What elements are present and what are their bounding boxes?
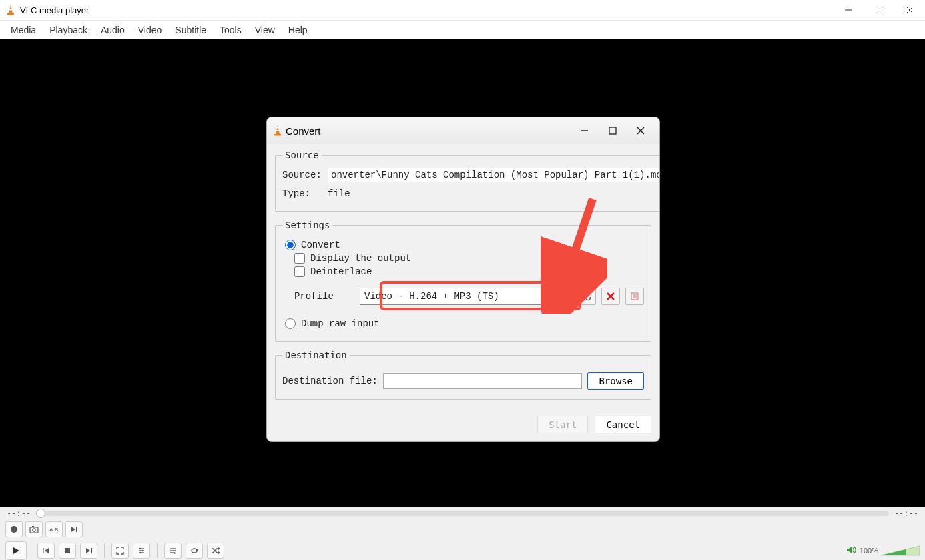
convert-radio-input[interactable] — [285, 240, 296, 250]
svg-rect-39 — [276, 127, 279, 129]
window-controls — [833, 0, 925, 21]
svg-rect-41 — [274, 134, 281, 136]
start-button[interactable]: Start — [537, 416, 588, 433]
svg-rect-40 — [276, 130, 280, 131]
new-profile-button[interactable] — [625, 288, 644, 305]
shuffle-button[interactable] — [207, 543, 224, 559]
source-group: Source Source: onverter\Funny Cats Compi… — [275, 150, 660, 212]
chevron-down-icon — [561, 291, 567, 302]
settings-group: Settings Convert Display the output Dein… — [275, 220, 651, 342]
menu-playback[interactable]: Playback — [43, 23, 94, 37]
play-button[interactable] — [5, 541, 27, 560]
separator — [104, 543, 105, 558]
dump-raw-label: Dump raw input — [301, 318, 380, 329]
svg-marker-0 — [9, 5, 13, 13]
source-legend: Source — [282, 150, 322, 160]
svg-rect-19 — [65, 548, 70, 553]
profile-row: Profile Video - H.264 + MP3 (TS) — [294, 288, 644, 305]
fullscreen-button[interactable] — [111, 543, 129, 559]
svg-rect-3 — [7, 13, 14, 15]
svg-rect-17 — [43, 548, 44, 553]
delete-profile-button[interactable] — [601, 288, 620, 305]
svg-point-27 — [140, 552, 142, 554]
menu-subtitle[interactable]: Subtitle — [168, 23, 213, 37]
dialog-close-button[interactable] — [633, 123, 649, 139]
destination-label: Destination file: — [282, 376, 378, 386]
svg-marker-35 — [847, 547, 852, 553]
vlc-cone-icon — [5, 4, 16, 16]
playlist-button[interactable] — [164, 543, 182, 559]
dump-raw-input[interactable] — [285, 318, 296, 329]
frame-step-button[interactable] — [65, 521, 83, 537]
svg-point-10 — [33, 529, 35, 531]
record-button[interactable] — [5, 521, 23, 537]
dialog-title: Convert — [286, 125, 577, 137]
source-label: Source: — [282, 170, 328, 180]
svg-marker-18 — [45, 548, 49, 553]
volume-slider[interactable] — [881, 545, 920, 557]
menu-video[interactable]: Video — [131, 23, 169, 37]
snapshot-button[interactable] — [25, 521, 43, 537]
svg-marker-34 — [218, 551, 220, 554]
type-value: file — [328, 188, 350, 199]
destination-input[interactable] — [383, 373, 583, 389]
dump-raw-radio[interactable]: Dump raw input — [285, 318, 644, 329]
elapsed-time: --:-- — [7, 509, 31, 518]
svg-rect-43 — [609, 127, 616, 134]
edit-profile-button[interactable] — [577, 288, 596, 305]
convert-dialog: Convert Source Source: onverter\Funny Ca… — [266, 117, 660, 442]
seek-slider[interactable] — [36, 511, 889, 516]
svg-rect-1 — [9, 7, 12, 8]
window-close-button[interactable] — [894, 0, 925, 21]
speaker-icon[interactable] — [846, 545, 857, 557]
seek-thumb[interactable] — [36, 509, 45, 518]
source-value: onverter\Funny Cats Compilation (Most Po… — [331, 170, 660, 180]
menu-help[interactable]: Help — [282, 23, 314, 37]
svg-point-25 — [139, 548, 141, 550]
main-controls: 100% — [0, 539, 925, 560]
menu-view[interactable]: View — [248, 23, 282, 37]
type-label: Type: — [282, 188, 328, 199]
menu-tools[interactable]: Tools — [213, 23, 248, 37]
dialog-maximize-button[interactable] — [605, 123, 621, 139]
deinterlace-input[interactable] — [294, 266, 305, 277]
svg-marker-14 — [71, 527, 75, 532]
window-minimize-button[interactable] — [833, 0, 864, 21]
deinterlace-checkbox[interactable]: Deinterlace — [294, 266, 644, 277]
menu-media[interactable]: Media — [4, 23, 43, 37]
svg-text:B: B — [55, 527, 58, 533]
convert-radio[interactable]: Convert — [285, 240, 644, 250]
svg-marker-16 — [13, 547, 19, 554]
volume-area: 100% — [846, 545, 920, 557]
destination-group: Destination Destination file: Browse — [275, 350, 651, 400]
extended-settings-button[interactable] — [133, 543, 150, 559]
menu-audio[interactable]: Audio — [94, 23, 131, 37]
svg-rect-2 — [9, 9, 13, 11]
svg-text:A: A — [49, 527, 53, 533]
remaining-time: --:-- — [894, 509, 918, 518]
profile-dropdown[interactable]: Video - H.264 + MP3 (TS) — [360, 288, 572, 305]
svg-marker-20 — [86, 548, 90, 553]
display-output-label: Display the output — [310, 253, 411, 264]
separator — [157, 543, 158, 558]
display-output-input[interactable] — [294, 253, 305, 264]
atob-loop-button[interactable]: AB — [45, 521, 63, 537]
dialog-minimize-button[interactable] — [577, 123, 593, 139]
svg-rect-11 — [32, 526, 34, 527]
loop-button[interactable] — [186, 543, 203, 559]
browse-button[interactable]: Browse — [587, 372, 644, 390]
window-maximize-button[interactable] — [864, 0, 894, 21]
profile-selected-value: Video - H.264 + MP3 (TS) — [364, 291, 499, 302]
display-output-checkbox[interactable]: Display the output — [294, 253, 644, 264]
dialog-titlebar: Convert — [267, 117, 659, 144]
profile-label: Profile — [294, 291, 354, 302]
cancel-button[interactable]: Cancel — [595, 416, 651, 433]
svg-marker-33 — [218, 547, 220, 550]
stop-button[interactable] — [59, 543, 76, 559]
window-titlebar: VLC media player — [0, 0, 925, 21]
previous-button[interactable] — [37, 543, 55, 559]
convert-radio-label: Convert — [301, 240, 340, 250]
svg-rect-5 — [876, 7, 882, 13]
next-button[interactable] — [80, 543, 97, 559]
svg-marker-31 — [174, 552, 176, 554]
